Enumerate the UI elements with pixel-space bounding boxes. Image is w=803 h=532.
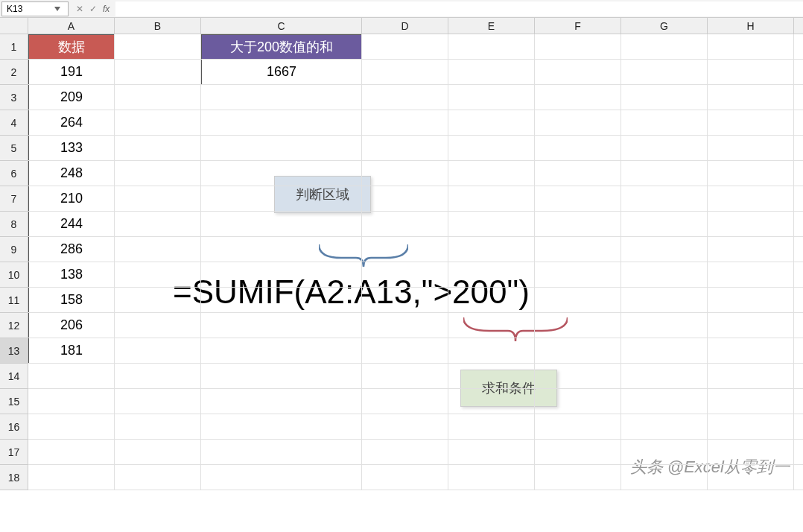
cells-area[interactable]: 数据 191209264133248210244286138158206181 … — [28, 34, 803, 490]
grid-area: 123456789101112131415161718 数据 191209264… — [0, 34, 803, 490]
row-header-3[interactable]: 3 — [0, 85, 28, 110]
data-cell-a5[interactable]: 133 — [28, 136, 115, 161]
name-box-value: K13 — [7, 4, 22, 14]
column-header-e[interactable]: E — [448, 18, 535, 34]
brace-criteria-icon — [463, 317, 568, 347]
row-header-17[interactable]: 17 — [0, 440, 28, 465]
result-column-block: 大于200数值的和 1667 — [201, 34, 362, 85]
data-cell-a6[interactable]: 248 — [28, 161, 115, 186]
row-header-6[interactable]: 6 — [0, 161, 28, 186]
row-header-14[interactable]: 14 — [0, 364, 28, 389]
column-header-a[interactable]: A — [28, 18, 115, 34]
data-cell-a13[interactable]: 181 — [28, 338, 115, 364]
data-cell-a8[interactable]: 244 — [28, 212, 115, 237]
row-header-15[interactable]: 15 — [0, 389, 28, 414]
column-headers: ABCDEFGH — [0, 18, 803, 34]
row-headers: 123456789101112131415161718 — [0, 34, 28, 490]
fx-icon[interactable]: fx — [103, 4, 110, 14]
data-cell-a9[interactable]: 286 — [28, 237, 115, 262]
watermark: 头条 @Excel从零到一 — [630, 456, 790, 478]
row-header-10[interactable]: 10 — [0, 262, 28, 288]
row-header-13[interactable]: 13 — [0, 338, 28, 364]
row-header-7[interactable]: 7 — [0, 186, 28, 212]
data-cell-a3[interactable]: 209 — [28, 85, 115, 110]
row-header-12[interactable]: 12 — [0, 313, 28, 338]
result-column-header[interactable]: 大于200数值的和 — [201, 34, 362, 60]
formula-display: =SUMIF(A2:A13,">200") — [173, 273, 530, 311]
row-header-8[interactable]: 8 — [0, 212, 28, 237]
data-cell-a7[interactable]: 210 — [28, 186, 115, 212]
row-header-1[interactable]: 1 — [0, 34, 28, 60]
data-column-header[interactable]: 数据 — [28, 34, 115, 60]
formula-bar: K13 ✕ ✓ fx — [0, 0, 803, 18]
brace-range-icon — [319, 244, 408, 274]
data-cell-a12[interactable]: 206 — [28, 313, 115, 338]
row-header-16[interactable]: 16 — [0, 414, 28, 440]
column-header-f[interactable]: F — [535, 18, 621, 34]
confirm-icon[interactable]: ✓ — [89, 4, 97, 14]
cancel-icon[interactable]: ✕ — [76, 4, 83, 14]
row-header-5[interactable]: 5 — [0, 136, 28, 161]
row-header-18[interactable]: 18 — [0, 465, 28, 490]
column-header-c[interactable]: C — [201, 18, 362, 34]
formula-input[interactable] — [115, 1, 803, 16]
data-cell-a10[interactable]: 138 — [28, 262, 115, 288]
column-header-b[interactable]: B — [115, 18, 201, 34]
select-all-corner[interactable] — [0, 18, 28, 34]
row-header-9[interactable]: 9 — [0, 237, 28, 262]
data-cell-a11[interactable]: 158 — [28, 288, 115, 313]
column-header-d[interactable]: D — [362, 18, 448, 34]
name-box-dropdown-icon[interactable] — [51, 3, 63, 15]
data-cell-a2[interactable]: 191 — [28, 60, 115, 85]
column-header-g[interactable]: G — [621, 18, 708, 34]
row-header-11[interactable]: 11 — [0, 288, 28, 313]
data-cell-a4[interactable]: 264 — [28, 110, 115, 136]
result-column-value[interactable]: 1667 — [201, 60, 362, 85]
row-header-4[interactable]: 4 — [0, 110, 28, 136]
column-header-h[interactable]: H — [708, 18, 794, 34]
row-header-2[interactable]: 2 — [0, 60, 28, 85]
annotation-range: 判断区域 — [274, 176, 371, 213]
fx-section: ✕ ✓ fx — [76, 4, 110, 14]
name-box[interactable]: K13 — [1, 1, 69, 16]
